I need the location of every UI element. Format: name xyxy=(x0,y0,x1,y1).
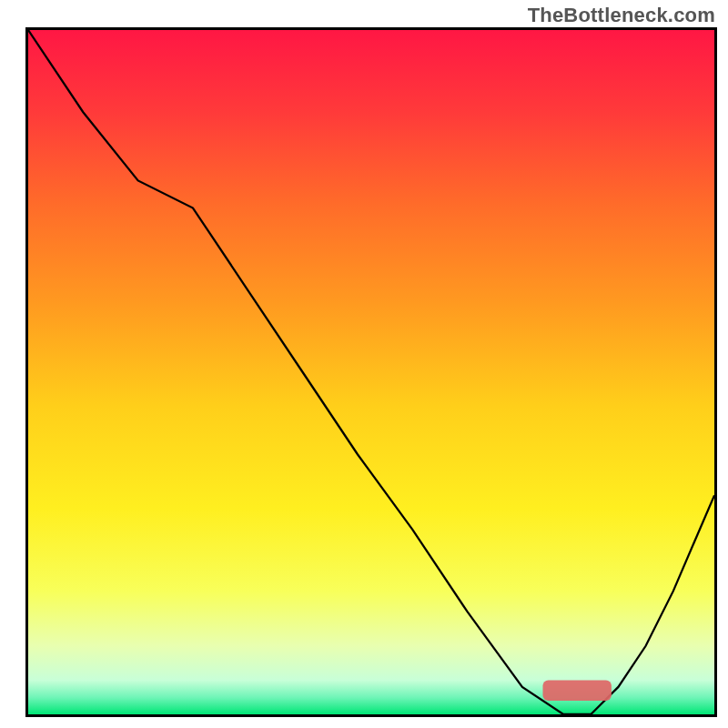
plot-frame xyxy=(25,27,717,717)
chart-container: TheBottleneck.com xyxy=(0,0,728,728)
gradient-background xyxy=(28,30,714,714)
plot-svg xyxy=(28,30,714,714)
optimal-range-marker xyxy=(543,680,612,701)
watermark-text: TheBottleneck.com xyxy=(528,4,715,27)
